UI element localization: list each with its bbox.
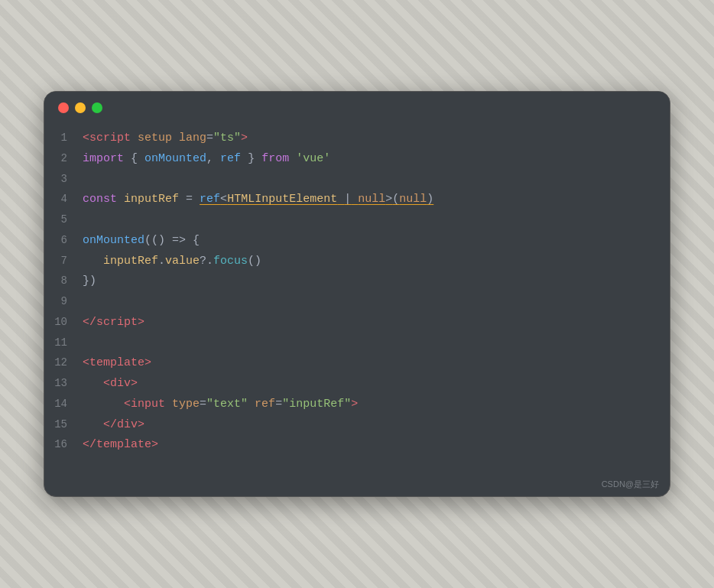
line-number: 8: [44, 272, 83, 290]
line-content: </script>: [83, 313, 144, 333]
line-content: <script setup lang="ts">: [83, 129, 248, 148]
close-button[interactable]: [58, 102, 69, 113]
line-number: 5: [44, 211, 83, 229]
line-content: </div>: [83, 416, 144, 435]
line-content: [83, 171, 89, 190]
code-line-5: 5: [44, 210, 670, 231]
line-number: 4: [44, 190, 83, 208]
line-number: 2: [44, 150, 83, 167]
minimize-button[interactable]: [75, 102, 86, 113]
code-line-1: 1 <script setup lang="ts">: [44, 128, 670, 149]
line-number: 7: [44, 252, 83, 270]
line-content: <input type="text" ref="inputRef">: [83, 395, 358, 414]
code-line-16: 16 </template>: [44, 435, 670, 456]
code-line-14: 14 <input type="text" ref="inputRef">: [44, 395, 670, 415]
line-number: 9: [44, 293, 83, 310]
code-line-2: 2 import { onMounted, ref } from 'vue': [44, 149, 670, 170]
code-line-4: 4 const inputRef = ref<HTMLInputElement …: [44, 190, 670, 210]
line-content: import { onMounted, ref } from 'vue': [83, 150, 330, 169]
line-number: 13: [44, 375, 83, 392]
line-number: 11: [44, 334, 83, 352]
code-line-3: 3: [44, 170, 670, 190]
line-number: 14: [44, 395, 83, 413]
code-line-6: 6 onMounted(() => {: [44, 231, 670, 252]
code-line-12: 12 <template>: [44, 353, 670, 374]
line-content: [83, 334, 89, 353]
line-number: 15: [44, 416, 83, 434]
code-line-8: 8 }): [44, 271, 670, 292]
line-content: <template>: [83, 354, 151, 373]
line-number: 6: [44, 232, 83, 249]
titlebar: [44, 92, 670, 121]
line-number: 1: [44, 129, 83, 147]
watermark: CSDN@是三好: [44, 474, 670, 496]
code-line-7: 7 inputRef.value?.focus(): [44, 252, 670, 272]
code-line-15: 15 </div>: [44, 415, 670, 436]
line-content: const inputRef = ref<HTMLInputElement | …: [83, 190, 433, 210]
code-line-13: 13 <div>: [44, 374, 670, 395]
code-line-10: 10 </script>: [44, 313, 670, 333]
line-content: [83, 211, 89, 230]
code-line-11: 11: [44, 333, 670, 354]
line-number: 3: [44, 171, 83, 188]
maximize-button[interactable]: [92, 102, 102, 113]
line-content: inputRef.value?.focus(): [83, 252, 261, 271]
line-number: 12: [44, 354, 83, 372]
line-number: 16: [44, 436, 83, 453]
line-content: }): [83, 272, 96, 291]
line-content: </template>: [83, 436, 158, 455]
line-number: 10: [44, 313, 83, 331]
line-content: onMounted(() => {: [83, 232, 200, 251]
line-content: [83, 293, 89, 312]
code-window: 1 <script setup lang="ts"> 2 import { on…: [44, 91, 670, 497]
line-content: <div>: [83, 375, 138, 394]
code-editor: 1 <script setup lang="ts"> 2 import { on…: [44, 121, 670, 474]
code-line-9: 9: [44, 292, 670, 313]
